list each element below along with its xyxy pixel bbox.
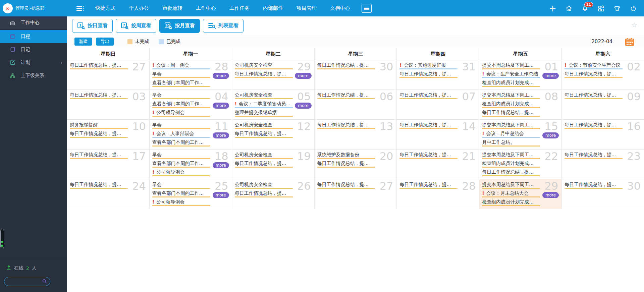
day-cell[interactable]: 早会 查看各部门本周的工作... !公司领导例会 25 more xyxy=(150,179,232,209)
logout-power-icon[interactable] xyxy=(629,4,637,12)
search-icon[interactable] xyxy=(42,279,47,285)
day-cell[interactable]: 早会 查看各部门本周的工作... !公司领导例会 04 more xyxy=(150,90,232,119)
event-item[interactable]: 检查组内成员计划完成... xyxy=(482,101,540,108)
event-item[interactable]: 检查组内成员计划完成... xyxy=(482,80,540,87)
sidebar-item-schedule[interactable]: 日程 xyxy=(0,30,67,43)
view-as-list-button[interactable]: 列表查看 xyxy=(203,19,244,33)
event-item[interactable]: 财务报销提醒 xyxy=(70,122,128,129)
notifications-icon[interactable]: 21 xyxy=(581,4,589,12)
more-badge[interactable]: more xyxy=(213,132,229,138)
more-badge[interactable]: more xyxy=(213,192,229,198)
event-item[interactable]: 公司机房安全检查 xyxy=(235,152,293,159)
event-item[interactable]: 公司机房安全检查 xyxy=(235,182,293,189)
event-item[interactable]: !会议：月中总结会 xyxy=(482,131,540,138)
event-item[interactable]: 每日工作情况总结，提... xyxy=(565,71,623,78)
day-cell[interactable]: 每日工作情况总结，提... 28 xyxy=(397,179,479,209)
new-button[interactable]: 新建 xyxy=(74,38,92,46)
more-menu-button[interactable] xyxy=(362,4,372,13)
topnav-item[interactable]: 工作中心 xyxy=(196,5,216,11)
event-item[interactable]: !会议：二季度销售动员... xyxy=(235,101,293,108)
event-item[interactable]: 每日工作情况总结，提... xyxy=(235,71,293,78)
brand-area[interactable]: ∞ 管理员 -信息部 xyxy=(0,0,67,16)
event-item[interactable]: 每日工作情况总结，提... xyxy=(399,182,458,189)
day-cell[interactable]: 每日工作情况总结，提... 30 xyxy=(315,60,397,90)
day-cell[interactable]: 公司机房安全检查 每日工作情况总结，提... 26 xyxy=(232,179,315,209)
event-item[interactable]: 每日工作情况总结，提... xyxy=(399,92,458,99)
day-cell[interactable]: 系统维护及数据备份 每日工作情况总结，提... 20 xyxy=(315,150,397,179)
sidebar-item-diary[interactable]: 日记 xyxy=(0,43,67,56)
event-item[interactable]: 每日工作情况总结，提... xyxy=(70,92,128,99)
apps-grid-icon[interactable] xyxy=(597,4,605,12)
event-item[interactable]: !公司领导例会 xyxy=(152,199,210,206)
event-item[interactable]: 公司机房安全检查 xyxy=(235,62,293,69)
event-item[interactable]: 每日工作情况总结，提... xyxy=(565,182,623,189)
event-item[interactable]: !会议：月末总结大会 xyxy=(482,190,540,197)
view-by-week-button[interactable]: 7 按周查看 xyxy=(116,19,156,33)
add-icon[interactable]: + xyxy=(549,4,557,12)
event-item[interactable]: 早会 xyxy=(152,152,210,159)
topnav-item[interactable]: 内部邮件 xyxy=(263,5,283,11)
day-cell[interactable]: 公司机房安全检查 !会议：二季度销售动员... 整理并提交报销单据 05 mor… xyxy=(232,90,315,119)
topnav-item[interactable]: 审批流转 xyxy=(162,5,182,11)
day-cell[interactable]: 每日工作情况总结，提... 21 xyxy=(397,150,479,179)
event-item[interactable]: 每日工作情况总结，提... xyxy=(565,122,623,129)
day-cell[interactable]: 每日工作情况总结，提... 30 xyxy=(562,179,644,209)
event-item[interactable]: 每日工作情况总结，提... xyxy=(399,71,458,78)
event-item[interactable]: 早会 xyxy=(152,182,210,189)
event-item[interactable]: 每日工作情况总结，提... xyxy=(235,190,293,197)
event-item[interactable]: !会议：节前安全生产会议 xyxy=(565,62,623,69)
event-item[interactable]: 每日工作情况总结，提... xyxy=(317,122,375,129)
home-icon[interactable] xyxy=(565,4,573,12)
sidebar-item-work-center[interactable]: 工作中心 xyxy=(0,16,67,29)
event-item[interactable]: 每日工作情况总结，提... xyxy=(565,152,623,159)
event-item[interactable]: 查看各部门本周的工作... xyxy=(152,80,210,87)
event-item[interactable]: 月中工作总结。 xyxy=(482,139,540,147)
more-badge[interactable]: more xyxy=(542,132,559,138)
event-item[interactable]: !会议：周一例会 xyxy=(152,62,210,69)
event-item[interactable]: 提交本周总结及下周工... xyxy=(482,92,540,99)
topnav-item[interactable]: 工作任务 xyxy=(229,5,250,11)
event-item[interactable]: !会议：人事部晨会 xyxy=(152,131,210,138)
event-item[interactable]: 查看各部门本周的工作... xyxy=(152,139,210,147)
day-cell[interactable]: 每日工作情况总结，提... 06 xyxy=(315,90,397,119)
view-by-day-button[interactable]: 1 按日查看 xyxy=(72,19,113,33)
day-cell[interactable]: 每日工作情况总结，提... 13 xyxy=(315,120,397,149)
day-cell[interactable]: 每日工作情况总结，提... 09 xyxy=(562,90,644,119)
event-item[interactable]: 每日工作情况总结，提... xyxy=(399,152,458,159)
export-button[interactable]: 导出 xyxy=(96,38,114,46)
day-cell[interactable]: 每日工作情况总结，提... 03 xyxy=(67,90,150,119)
more-badge[interactable]: more xyxy=(213,73,229,79)
day-cell[interactable]: 每日工作情况总结，提... 07 xyxy=(397,90,479,119)
event-item[interactable]: 查看各部门本周的工作... xyxy=(152,190,210,197)
event-item[interactable]: 检查组内成员计划完成... xyxy=(482,199,540,206)
sidebar-item-plan[interactable]: 计划 › xyxy=(0,56,67,69)
day-cell[interactable]: 提交本周总结及下周工... !会议：生产安全工作总结 检查组内成员计划完成...… xyxy=(479,60,562,90)
topnav-item[interactable]: 个人办公 xyxy=(129,5,149,11)
event-item[interactable]: 系统维护及数据备份 xyxy=(317,152,375,159)
day-cell[interactable]: 每日工作情况总结，提... 27 xyxy=(315,179,397,209)
more-badge[interactable]: more xyxy=(213,103,229,109)
event-item[interactable]: 每日工作情况总结，提... xyxy=(482,110,540,117)
event-item[interactable]: 每日工作情况总结，提... xyxy=(317,92,375,99)
favorite-star-icon[interactable]: ☆ xyxy=(631,21,637,29)
day-cell[interactable]: 每日工作情况总结，提... 23 xyxy=(562,150,644,179)
event-item[interactable]: 每日工作情况总结，提... xyxy=(565,92,623,99)
day-cell[interactable]: !会议：节前安全生产会议 每日工作情况总结，提... 02 xyxy=(562,60,644,90)
day-cell[interactable]: 每日工作情况总结，提... 14 xyxy=(397,120,479,149)
event-item[interactable]: 每日工作情况总结，提... xyxy=(317,161,375,168)
more-badge[interactable]: more xyxy=(213,162,229,168)
day-cell[interactable]: 公司机房安全检查 每日工作情况总结，提... 29 more xyxy=(232,60,315,90)
event-item[interactable]: 每日工作情况总结，提... xyxy=(317,182,375,189)
event-item[interactable]: 提交本周总结及下周工... xyxy=(482,182,540,189)
day-cell[interactable]: 财务报销提醒 每日工作情况总结，提... 10 xyxy=(67,120,150,149)
event-item[interactable]: 提交本周总结及下周工... xyxy=(482,62,540,69)
event-item[interactable]: 查看各部门本周的工作... xyxy=(152,101,210,108)
theme-skin-icon[interactable] xyxy=(613,4,621,12)
day-cell[interactable]: 早会 查看各部门本周的工作... !公司领导例会 18 more xyxy=(150,150,232,179)
event-item[interactable]: 每日工作情况总结，提... xyxy=(235,161,293,168)
event-item[interactable]: 早会 xyxy=(152,92,210,99)
day-cell[interactable]: 每日工作情况总结，提... 16 xyxy=(562,120,644,149)
day-cell[interactable]: !会议：实施进度汇报 每日工作情况总结，提... 31 xyxy=(397,60,479,90)
menu-toggle-icon[interactable] xyxy=(76,5,84,11)
more-badge[interactable]: more xyxy=(542,73,559,79)
